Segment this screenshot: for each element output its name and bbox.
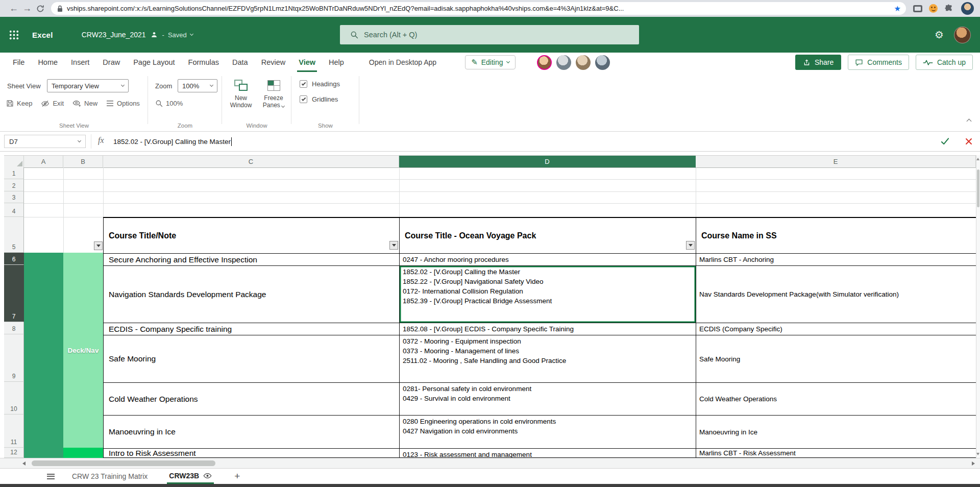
scroll-up-arrow-icon[interactable]	[976, 158, 979, 160]
open-in-desktop-app-button[interactable]: Open in Desktop App	[369, 58, 436, 66]
column-header-b[interactable]: B	[63, 156, 103, 168]
browser-back-button[interactable]: ←	[7, 2, 20, 15]
zoom-100-button[interactable]: 100%	[155, 100, 183, 107]
scroll-right-arrow-icon[interactable]	[972, 461, 975, 466]
browser-forward-button[interactable]: →	[20, 2, 34, 15]
cell-c9[interactable]: Safe Mooring	[103, 335, 399, 383]
app-launcher-button[interactable]	[9, 30, 19, 40]
browser-refresh-button[interactable]	[34, 2, 47, 15]
cell-d12[interactable]: 0123 - Risk assessment and management	[399, 449, 696, 458]
table-header-course-name-ss[interactable]: Course Name in SS	[696, 218, 976, 254]
formula-input[interactable]: 1852.02 - [V.Group] Calling the Master	[113, 132, 232, 151]
cell-d11[interactable]: 0280 Engineering operations in cold envi…	[399, 416, 696, 449]
cell-c6[interactable]: Secure Anchoring and Effective Inspectio…	[103, 254, 399, 266]
account-avatar[interactable]	[954, 27, 971, 43]
cell-e10[interactable]: Cold Weather Operations	[696, 383, 976, 416]
select-all-corner[interactable]	[4, 156, 24, 168]
add-sheet-button[interactable]: +	[234, 471, 240, 482]
enter-formula-button[interactable]	[941, 137, 949, 147]
headings-checkbox[interactable]	[300, 80, 307, 88]
presence-avatar-4[interactable]	[595, 55, 610, 70]
tab-insert[interactable]: Insert	[64, 53, 96, 72]
comments-button[interactable]: Comments	[848, 55, 909, 70]
scroll-left-arrow-icon[interactable]	[22, 461, 26, 466]
cell-e7[interactable]: Nav Standards Development Package(with S…	[696, 266, 976, 323]
cell-d9[interactable]: 0372 - Mooring - Equipment inspection 03…	[399, 335, 696, 383]
row-header-10[interactable]: 10	[4, 382, 24, 415]
new-sheet-view-button[interactable]: New	[72, 100, 97, 107]
new-window-button[interactable]: New Window	[225, 78, 257, 109]
editing-mode-button[interactable]: ✎ Editing	[465, 55, 515, 69]
cell-d10[interactable]: 0281- Personal safety in cold environmen…	[399, 383, 696, 416]
vertical-scrollbar[interactable]	[976, 155, 980, 458]
selected-cell-d7[interactable]: 1852.02 - [V.Group] Calling the Master 1…	[399, 266, 696, 323]
vertical-scroll-thumb[interactable]	[977, 169, 979, 207]
sheet-list-button[interactable]	[47, 474, 55, 479]
filter-button-c5[interactable]	[389, 241, 398, 250]
filter-button-d5[interactable]	[686, 241, 695, 250]
cell-d6[interactable]: 0247 - Anchor mooring procedures	[399, 254, 696, 266]
column-a-category-band[interactable]	[24, 253, 63, 458]
tab-review[interactable]: Review	[255, 53, 292, 72]
bookmark-star-icon[interactable]: ★	[894, 4, 901, 13]
column-header-d[interactable]: D	[399, 156, 696, 168]
header-search-box[interactable]	[340, 25, 639, 44]
cell-c7[interactable]: Navigation Standards Development Package	[103, 266, 399, 323]
cell-e9[interactable]: Safe Mooring	[696, 335, 976, 383]
tab-view[interactable]: View	[292, 53, 322, 72]
collapse-ribbon-button[interactable]	[967, 116, 971, 125]
save-status[interactable]: -Saved	[162, 31, 193, 39]
zoom-selector[interactable]: 100%	[178, 79, 217, 92]
cell-d8[interactable]: 1852.08 - [V.Group] ECDIS - Company Spec…	[399, 323, 696, 335]
browser-profile-avatar[interactable]	[961, 2, 974, 15]
scroll-down-arrow-icon[interactable]	[976, 453, 979, 455]
row-header-4[interactable]: 4	[4, 203, 24, 217]
cell-e6[interactable]: Marlins CBT - Anchoring	[696, 254, 976, 266]
tab-formulas[interactable]: Formulas	[182, 53, 226, 72]
cell-e8[interactable]: ECDIS (Company Specific)	[696, 323, 976, 335]
share-button[interactable]: Share	[795, 55, 841, 70]
presence-avatar-3[interactable]	[576, 55, 591, 70]
url-input[interactable]	[67, 5, 890, 12]
address-bar[interactable]: ★	[51, 2, 906, 15]
row-header-5[interactable]: 5	[4, 217, 24, 253]
cell-c12[interactable]: Intro to Risk Assessment	[103, 449, 399, 458]
column-header-c[interactable]: C	[103, 156, 399, 168]
row-header-9[interactable]: 9	[4, 334, 24, 382]
tab-page-layout[interactable]: Page Layout	[127, 53, 181, 72]
tab-home[interactable]: Home	[31, 53, 64, 72]
workbook-name[interactable]: CRW23_June_2021	[82, 31, 146, 39]
presence-avatar-2[interactable]	[556, 55, 571, 70]
sheet-view-options-button[interactable]: Options	[106, 100, 140, 107]
row-header-2[interactable]: 2	[4, 179, 24, 191]
sheet-tab-crw23b[interactable]: CRW23B	[167, 469, 214, 484]
search-input[interactable]	[364, 31, 583, 39]
settings-button[interactable]: ⚙	[935, 29, 944, 41]
row-header-3[interactable]: 3	[4, 191, 24, 203]
insert-function-button[interactable]: fx	[98, 136, 104, 145]
catch-up-button[interactable]: Catch up	[916, 55, 973, 70]
sheet-tab-crw23-training-matrix[interactable]: CRW 23 Training Matrix	[70, 469, 150, 484]
row-header-11[interactable]: 11	[4, 415, 24, 448]
tab-draw[interactable]: Draw	[96, 53, 127, 72]
name-box[interactable]: D7	[4, 135, 86, 148]
column-b-row12-cell[interactable]	[63, 448, 103, 458]
sheet-view-selector[interactable]: Temporary View	[47, 79, 129, 92]
extension-card-icon[interactable]	[913, 5, 922, 12]
gridlines-checkbox[interactable]	[300, 95, 307, 103]
exit-sheet-view-button[interactable]: Exit	[41, 100, 64, 107]
tab-help[interactable]: Help	[322, 53, 351, 72]
row-header-8[interactable]: 8	[4, 322, 24, 334]
table-header-course-title-ovp[interactable]: Course Title - Ocean Voyage Pack	[399, 218, 696, 254]
row-header-12[interactable]: 12	[4, 448, 24, 458]
cancel-formula-button[interactable]	[965, 138, 972, 147]
column-header-a[interactable]: A	[24, 156, 63, 168]
freeze-panes-button[interactable]: Freeze Panes	[259, 78, 288, 109]
row-header-1[interactable]: 1	[4, 167, 24, 179]
row-header-7[interactable]: 7	[4, 265, 24, 322]
column-header-e[interactable]: E	[696, 156, 976, 168]
tab-file[interactable]: File	[6, 53, 31, 72]
cell-e11[interactable]: Manoeuvring in Ice	[696, 416, 976, 449]
column-b-category-band[interactable]: Deck/Nav	[63, 253, 103, 448]
presence-avatar-1[interactable]	[537, 55, 552, 70]
